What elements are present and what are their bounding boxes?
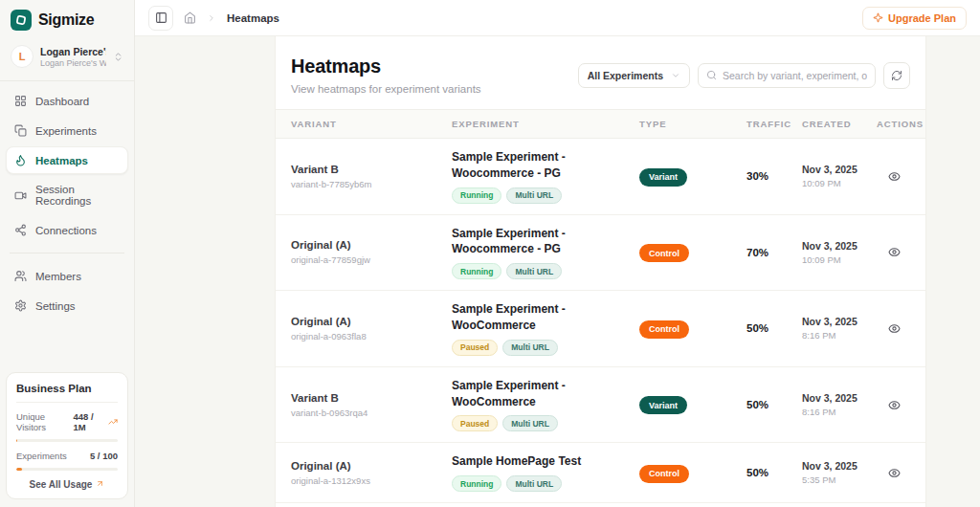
- table-row[interactable]: Original (A) original-a-0963fla8 Sample …: [276, 291, 925, 367]
- variant-id: original-a-1312x9xs: [291, 475, 452, 486]
- status-badge: Paused: [452, 415, 498, 431]
- created-time: 10:09 PM: [802, 254, 877, 265]
- status-badge: Running: [452, 475, 501, 492]
- status-badge: Running: [452, 187, 501, 204]
- status-badge: Running: [452, 263, 501, 279]
- sidebar-item-label: Members: [35, 271, 81, 282]
- created-date: Nov 3, 2025: [802, 460, 877, 472]
- type-badge: Control: [639, 465, 689, 483]
- arrow-up-right-icon: [96, 479, 104, 490]
- column-header: CREATED: [802, 119, 877, 129]
- created-cell: Nov 3, 2025 8:16 PM: [802, 392, 877, 417]
- sidebar-item-connections[interactable]: Connections: [6, 216, 128, 244]
- created-cell: Nov 3, 2025 5:35 PM: [802, 460, 877, 485]
- variant-name: Original (A): [291, 316, 452, 327]
- variant-id: original-a-0963fla8: [291, 331, 452, 342]
- home-icon[interactable]: [184, 11, 196, 24]
- metric-label: Experiments: [16, 451, 67, 461]
- variant-id: variant-b-7785yb6m: [291, 179, 452, 189]
- view-heatmap-button[interactable]: [888, 322, 901, 335]
- experiment-title: Sample Experiment - WooCommerce: [452, 378, 639, 410]
- search-box[interactable]: [698, 63, 876, 88]
- view-heatmap-button[interactable]: [888, 399, 901, 411]
- actions-cell: [877, 322, 912, 335]
- usage-progress-fill: [16, 439, 17, 442]
- main-area: Heatmaps Upgrade Plan Heatmaps View heat…: [135, 0, 980, 507]
- sidebar-item-members[interactable]: Members: [6, 262, 128, 290]
- multi-url-badge: Multi URL: [506, 263, 562, 279]
- view-heatmap-button[interactable]: [888, 246, 901, 258]
- upgrade-plan-button[interactable]: Upgrade Plan: [862, 7, 967, 30]
- table-row[interactable]: Variant B variant-b-7785yb6m Sample Expe…: [276, 139, 925, 215]
- sidebar-item-experiments[interactable]: Experiments: [6, 117, 128, 144]
- created-date: Nov 3, 2025: [802, 392, 877, 404]
- experiment-filter-value: All Experiments: [588, 70, 663, 81]
- usage-progress-track: [16, 468, 118, 471]
- refresh-icon: [891, 70, 902, 81]
- traffic-value: 70%: [746, 247, 802, 258]
- sidebar-toggle-button[interactable]: [148, 6, 173, 31]
- org-selector[interactable]: L Logan Pierce's Or... Logan Pierce's Wo…: [6, 40, 128, 73]
- column-header: TRAFFIC: [746, 119, 802, 129]
- sidebar-item-heatmaps[interactable]: Heatmaps: [6, 146, 128, 174]
- page-title-block: Heatmaps View heatmaps for experiment va…: [291, 55, 481, 95]
- table-header-row: VARIANTEXPERIMENTTYPETRAFFICCREATEDACTIO…: [276, 109, 925, 139]
- panel-left-icon: [155, 11, 167, 24]
- refresh-button[interactable]: [883, 62, 910, 89]
- metric-value-text: 5 / 100: [90, 451, 118, 461]
- breadcrumb[interactable]: Heatmaps: [227, 12, 279, 24]
- column-header: VARIANT: [291, 119, 452, 129]
- sidebar-item-dashboard[interactable]: Dashboard: [6, 87, 128, 115]
- table-row[interactable]: Original (A) original-a-77859gjw Sample …: [276, 215, 925, 292]
- created-date: Nov 3, 2025: [802, 240, 877, 252]
- view-heatmap-button[interactable]: [888, 467, 901, 479]
- metric-value: 5 / 100: [90, 451, 118, 461]
- badge-list: RunningMulti URL: [452, 187, 639, 204]
- filter-bar: All Experiments: [578, 62, 910, 89]
- traffic-value: 50%: [746, 322, 802, 334]
- experiment-cell: Sample Experiment - WooCommerce PausedMu…: [452, 301, 639, 356]
- usage-metric-row: Unique Visitors448 / 1M: [16, 411, 118, 432]
- experiment-title: Sample Experiment - WooCommerce: [452, 301, 639, 334]
- sidebar-item-session-recordings[interactable]: Session Recordings: [6, 176, 128, 214]
- actions-cell: [877, 467, 912, 479]
- chevron-right-icon: [207, 13, 216, 23]
- sigmize-logo-icon: [11, 10, 32, 31]
- traffic-value: 50%: [746, 467, 802, 478]
- org-workspace: Logan Pierce's Works...: [40, 58, 106, 68]
- sidebar-item-settings[interactable]: Settings: [6, 292, 128, 320]
- sidebar-item-label: Settings: [35, 300, 76, 312]
- metric-label: Unique Visitors: [16, 411, 73, 432]
- column-header: TYPE: [639, 119, 746, 129]
- sidebar-item-label: Dashboard: [35, 96, 89, 107]
- view-heatmap-button[interactable]: [888, 170, 901, 183]
- metric-value-text: 448 / 1M: [73, 411, 105, 432]
- search-input[interactable]: [723, 70, 867, 81]
- usage-progress-track: [16, 439, 118, 442]
- column-header: ACTIONS: [877, 119, 912, 129]
- experiment-cell: Sample Experiment - WooCommerce PausedMu…: [452, 378, 639, 432]
- created-cell: Nov 3, 2025 8:16 PM: [802, 316, 877, 341]
- multi-url-badge: Multi URL: [506, 475, 562, 492]
- video-icon: [14, 189, 27, 202]
- experiment-filter-select[interactable]: All Experiments: [578, 63, 690, 88]
- actions-cell: [877, 246, 912, 258]
- table-row[interactable]: Original (A) original-a-1312x9xs Sample …: [276, 443, 925, 503]
- page-subtitle: View heatmaps for experiment variants: [291, 83, 481, 95]
- upgrade-plan-label: Upgrade Plan: [888, 12, 956, 24]
- multi-url-badge: Multi URL: [502, 415, 558, 431]
- created-time: 10:09 PM: [802, 178, 877, 188]
- metric-value: 448 / 1M: [73, 411, 118, 432]
- trending-up-icon: [108, 417, 118, 427]
- type-cell: Control: [639, 319, 746, 339]
- page-header: Heatmaps View heatmaps for experiment va…: [276, 55, 925, 95]
- multi-url-badge: Multi URL: [502, 340, 558, 356]
- plan-title: Business Plan: [16, 383, 118, 394]
- see-all-usage-link[interactable]: See All Usage: [16, 479, 118, 490]
- gear-icon: [14, 299, 27, 312]
- table-row[interactable]: Variant B variant-b-0963rqa4 Sample Expe…: [276, 367, 925, 444]
- type-cell: Variant: [639, 395, 746, 415]
- table-row[interactable]: Variant B variant-b-1312kwd9 Sample Home…: [276, 503, 925, 507]
- share-icon: [14, 224, 27, 236]
- created-time: 5:35 PM: [802, 474, 877, 485]
